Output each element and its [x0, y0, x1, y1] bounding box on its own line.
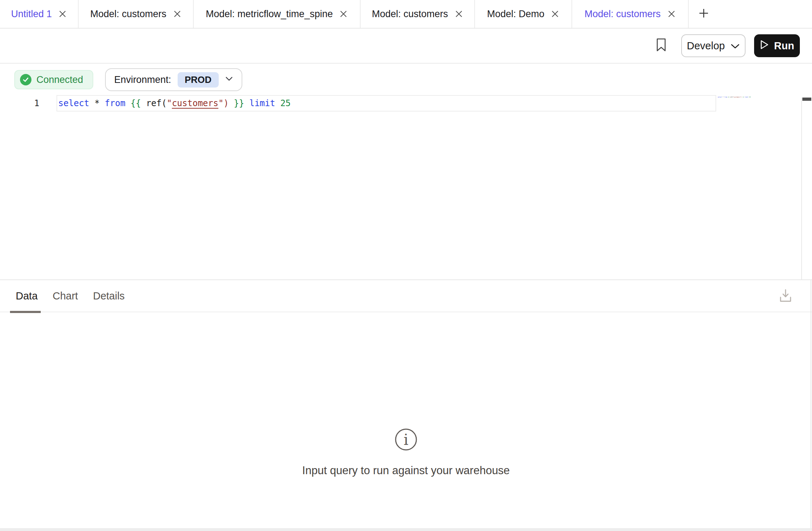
code-token: ": [167, 98, 172, 108]
download-icon: [778, 288, 793, 305]
connected-label: Connected: [36, 74, 83, 85]
play-icon: [760, 40, 769, 52]
close-icon[interactable]: [173, 10, 182, 18]
info-icon: i: [394, 428, 418, 453]
tab-label: Model: customers: [90, 9, 166, 20]
code-line-1[interactable]: select * from {{ ref("customers") }} lim…: [56, 95, 716, 111]
run-button[interactable]: Run: [754, 34, 800, 57]
results-tab-bar: Data Chart Details: [0, 280, 812, 312]
svg-text:i: i: [403, 431, 408, 448]
editor-tab-bar: Untitled 1 Model: customers Model: metri…: [0, 0, 812, 29]
code-token: from: [105, 98, 130, 108]
download-results-button[interactable]: [778, 289, 793, 304]
line-number: 1: [0, 95, 39, 111]
close-icon[interactable]: [667, 10, 676, 18]
environment-selector[interactable]: Environment: PROD: [105, 68, 242, 91]
tab-label: Model: Demo: [487, 9, 545, 20]
new-tab-button[interactable]: [689, 0, 719, 28]
tab-details[interactable]: Details: [92, 280, 125, 312]
close-icon[interactable]: [58, 10, 67, 18]
code-token: "): [218, 98, 234, 108]
bookmark-icon: [656, 38, 667, 54]
tab-label: Model: customers: [584, 9, 660, 20]
run-label: Run: [774, 40, 794, 52]
code-token: 25: [280, 98, 291, 108]
bookmark-button[interactable]: [653, 34, 670, 57]
results-panel: Data Chart Details i Input quer: [0, 279, 812, 528]
environment-value-badge: PROD: [178, 72, 219, 88]
right-scrollbar-track: [811, 279, 811, 528]
ide-window: Untitled 1 Model: customers Model: metri…: [0, 0, 812, 531]
develop-dropdown-button[interactable]: Develop: [681, 34, 746, 57]
results-empty-state: i Input query to run against your wareho…: [0, 312, 812, 477]
chevron-down-icon: [225, 76, 233, 83]
code-token: limit: [249, 98, 281, 108]
check-icon: [20, 74, 31, 85]
code-token: *: [94, 98, 105, 108]
tab-label: Model: customers: [372, 9, 448, 20]
code-token: ref(: [146, 98, 167, 108]
code-token: {{: [130, 98, 146, 108]
empty-state-message: Input query to run against your warehous…: [302, 464, 510, 477]
chevron-down-icon: [731, 40, 740, 52]
close-icon[interactable]: [455, 10, 463, 18]
tab-chart[interactable]: Chart: [52, 280, 79, 312]
environment-label: Environment:: [114, 74, 171, 85]
close-icon[interactable]: [339, 10, 348, 18]
editor-minimap: select * from {{ ref("customers") }} lim…: [718, 96, 751, 98]
tab-model-customers-3[interactable]: Model: customers: [572, 0, 689, 28]
editor-scrollbar-thumb[interactable]: [802, 98, 811, 101]
editor-scrollbar-track: [801, 98, 802, 279]
connected-badge: Connected: [14, 70, 93, 89]
tab-model-customers-2[interactable]: Model: customers: [361, 0, 475, 28]
develop-label: Develop: [687, 40, 725, 52]
tab-model-demo[interactable]: Model: Demo: [475, 0, 572, 28]
plus-icon: [698, 8, 709, 20]
tab-label: Untitled 1: [11, 9, 52, 20]
code-token: select: [58, 98, 94, 108]
tab-label: Model: metricflow_time_spine: [206, 9, 333, 20]
tab-model-customers-1[interactable]: Model: customers: [79, 0, 194, 28]
sql-editor-pane: Connected Environment: PROD 1 select * f…: [0, 64, 812, 279]
active-tab-underline: [10, 311, 41, 313]
ref-link-customers[interactable]: customers: [172, 98, 218, 108]
code-token: }}: [234, 98, 249, 108]
connection-status-row: Connected Environment: PROD: [14, 68, 242, 91]
tab-model-metricflow-time-spine[interactable]: Model: metricflow_time_spine: [194, 0, 361, 28]
tab-untitled-1[interactable]: Untitled 1: [0, 0, 79, 28]
editor-toolbar: Develop Run: [0, 29, 812, 64]
close-icon[interactable]: [551, 10, 559, 18]
horizontal-scrollbar-track: [0, 528, 812, 531]
tab-data[interactable]: Data: [15, 280, 38, 312]
